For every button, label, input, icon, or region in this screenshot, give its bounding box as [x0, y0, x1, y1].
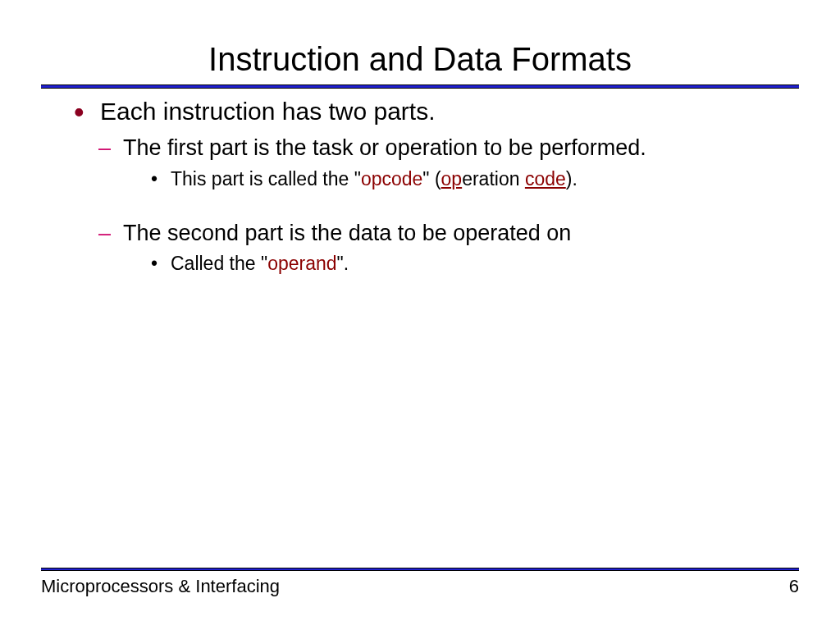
footer-left: Microprocessors & Interfacing: [41, 576, 280, 597]
underline-op: op: [441, 168, 463, 189]
emphasis-operand: operand: [267, 253, 336, 274]
text: ).: [566, 168, 578, 189]
text: eration: [462, 168, 525, 189]
emphasis-opcode: opcode: [361, 168, 422, 189]
title-divider: [41, 84, 799, 89]
slide-content: Each instruction has two parts. The firs…: [41, 97, 799, 568]
underline-code: code: [525, 168, 566, 189]
bullet-level1: Each instruction has two parts.: [74, 97, 799, 126]
bullet-level2: The first part is the task or operation …: [98, 135, 799, 162]
spacer: [74, 197, 799, 220]
bullet-level2: The second part is the data to be operat…: [98, 220, 799, 248]
text: Called the ": [171, 253, 267, 274]
bullet-level3: Called the "operand".: [151, 252, 799, 276]
slide-title: Instruction and Data Formats: [41, 41, 799, 78]
text: " (: [422, 168, 441, 189]
bullet-level3: This part is called the "opcode" (operat…: [151, 167, 799, 192]
slide: Instruction and Data Formats Each instru…: [0, 0, 840, 630]
text: This part is called the ": [171, 168, 361, 189]
page-number: 6: [789, 576, 799, 597]
slide-footer: Microprocessors & Interfacing 6: [41, 571, 799, 597]
text: ".: [337, 253, 349, 274]
